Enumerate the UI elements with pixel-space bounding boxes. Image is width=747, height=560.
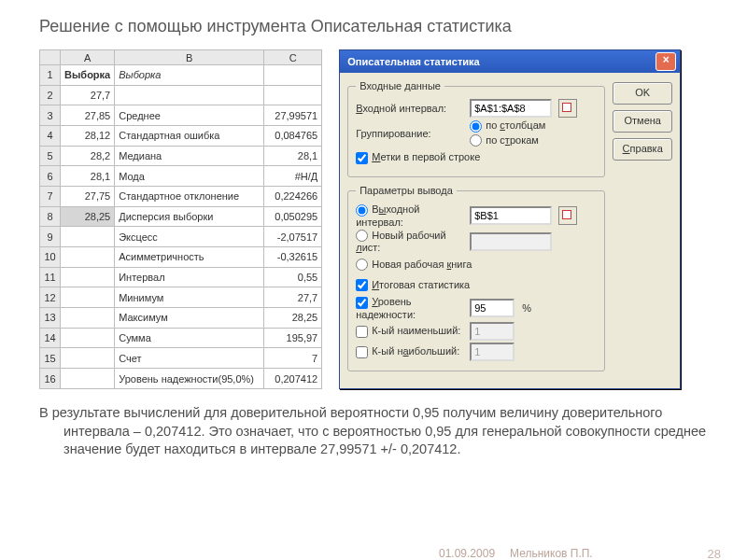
spreadsheet[interactable]: A B C 1ВыборкаВыборка227,7327,85Среднее2…	[39, 49, 322, 389]
ok-button[interactable]: OK	[613, 82, 672, 105]
table-row[interactable]: 15Счет7	[40, 348, 322, 369]
cell[interactable]: 27,85	[61, 105, 115, 126]
cell[interactable]: Минимум	[115, 287, 264, 308]
row-header[interactable]: 2	[40, 85, 61, 105]
help-button[interactable]: Справка	[613, 138, 672, 161]
confidence-level-checkbox[interactable]: Уровень надежности:	[356, 296, 466, 320]
output-range-radio[interactable]: Выходной интервал:	[356, 203, 466, 228]
table-row[interactable]: 10Асимметричность-0,32615	[40, 247, 322, 268]
cell[interactable]	[264, 65, 322, 86]
col-a-header[interactable]: A	[61, 50, 115, 65]
corner-cell[interactable]	[40, 50, 61, 65]
cell[interactable]: 28,1	[61, 166, 115, 187]
cell[interactable]: 28,12	[61, 126, 115, 147]
cell[interactable]: Среднее	[115, 105, 264, 126]
table-row[interactable]: 428,12Стандартная ошибка0,084765	[40, 126, 322, 147]
kth-smallest-checkbox[interactable]: К-ый наименьший:	[356, 325, 466, 338]
cell[interactable]: Мода	[115, 166, 264, 187]
row-header[interactable]: 16	[40, 369, 61, 389]
table-row[interactable]: 9Эксцесс-2,07517	[40, 227, 322, 247]
cell[interactable]: Счет	[115, 348, 264, 369]
cell[interactable]: -0,32615	[264, 247, 322, 268]
dialog-titlebar[interactable]: Описательная статистика ×	[340, 50, 680, 73]
table-row[interactable]: 327,85Среднее27,99571	[40, 105, 322, 126]
col-b-header[interactable]: B	[115, 50, 264, 65]
table-row[interactable]: 12Минимум27,7	[40, 287, 322, 308]
cell[interactable]: 27,99571	[264, 105, 322, 126]
cell[interactable]: 0,55	[264, 267, 322, 287]
row-header[interactable]: 3	[40, 105, 61, 126]
cell[interactable]: 28,25	[264, 308, 322, 329]
cell[interactable]: Медиана	[115, 146, 264, 166]
table-row[interactable]: 16Уровень надежности(95,0%)0,207412	[40, 369, 322, 389]
cell[interactable]	[61, 227, 115, 247]
cell[interactable]: 0,207412	[264, 369, 322, 389]
cell[interactable]	[61, 369, 115, 389]
labels-first-row-checkbox[interactable]: Метки в первой строке	[356, 151, 480, 164]
table-row[interactable]: 14Сумма195,97	[40, 328, 322, 348]
cell[interactable]: Сумма	[115, 328, 264, 348]
cell[interactable]: Максимум	[115, 308, 264, 329]
row-header[interactable]: 6	[40, 166, 61, 187]
row-header[interactable]: 4	[40, 126, 61, 147]
cell[interactable]: Интервал	[115, 267, 264, 287]
cell[interactable]: 27,7	[61, 85, 115, 105]
table-row[interactable]: 13Максимум28,25	[40, 308, 322, 329]
table-row[interactable]: 528,2Медиана28,1	[40, 146, 322, 166]
by-columns-radio[interactable]: по столбцам	[470, 119, 545, 133]
cell[interactable]: Дисперсия выборки	[115, 206, 264, 227]
cell[interactable]	[61, 267, 115, 287]
cell[interactable]: -2,07517	[264, 227, 322, 247]
cell[interactable]	[61, 247, 115, 268]
cell[interactable]: Выборка	[61, 65, 115, 86]
table-row[interactable]: 727,75Стандартное отклонение0,224266	[40, 187, 322, 207]
row-header[interactable]: 15	[40, 348, 61, 369]
new-worksheet-radio[interactable]: Новый рабочий лист:	[356, 230, 466, 254]
table-row[interactable]: 828,25Дисперсия выборки0,050295	[40, 206, 322, 227]
cell[interactable]	[61, 308, 115, 329]
table-row[interactable]: 11Интервал0,55	[40, 267, 322, 287]
cell[interactable]: 28,25	[61, 206, 115, 227]
summary-statistics-checkbox[interactable]: Итоговая статистика	[356, 279, 470, 292]
cell[interactable]	[264, 85, 322, 105]
cell[interactable]: 27,75	[61, 187, 115, 207]
table-row[interactable]: 628,1Мода#Н/Д	[40, 166, 322, 187]
row-header[interactable]: 10	[40, 247, 61, 268]
new-workbook-radio[interactable]: Новая рабочая книга	[356, 259, 472, 272]
input-range-field[interactable]	[470, 99, 552, 118]
cell[interactable]: 0,050295	[264, 206, 322, 227]
row-header[interactable]: 5	[40, 146, 61, 166]
row-header[interactable]: 12	[40, 287, 61, 308]
row-header[interactable]: 11	[40, 267, 61, 287]
row-header[interactable]: 7	[40, 187, 61, 207]
cell[interactable]: #Н/Д	[264, 166, 322, 187]
cancel-button[interactable]: Отмена	[613, 110, 672, 133]
row-header[interactable]: 14	[40, 328, 61, 348]
cell[interactable]: Эксцесс	[115, 227, 264, 247]
table-row[interactable]: 1ВыборкаВыборка	[40, 65, 322, 86]
cell[interactable]: Стандартная ошибка	[115, 126, 264, 147]
cell[interactable]	[115, 85, 264, 105]
by-rows-radio[interactable]: по строкам	[470, 134, 545, 147]
cell[interactable]: Стандартное отклонение	[115, 187, 264, 207]
row-header[interactable]: 8	[40, 206, 61, 227]
cell[interactable]: Уровень надежности(95,0%)	[115, 369, 264, 389]
confidence-level-field[interactable]	[470, 299, 514, 317]
cell[interactable]	[61, 348, 115, 369]
cell[interactable]: 7	[264, 348, 322, 369]
cell[interactable]: 195,97	[264, 328, 322, 348]
kth-largest-checkbox[interactable]: К-ый наибольший:	[356, 345, 466, 358]
cell[interactable]: 28,2	[61, 146, 115, 166]
cell[interactable]	[61, 287, 115, 308]
cell[interactable]: 28,1	[264, 146, 322, 166]
cell[interactable]: Асимметричность	[115, 247, 264, 268]
cell[interactable]: 27,7	[264, 287, 322, 308]
row-header[interactable]: 13	[40, 308, 61, 329]
col-c-header[interactable]: C	[264, 50, 322, 65]
cell[interactable]: Выборка	[115, 65, 264, 86]
cell[interactable]: 0,224266	[264, 187, 322, 207]
table-row[interactable]: 227,7	[40, 85, 322, 105]
row-header[interactable]: 9	[40, 227, 61, 247]
cell[interactable]: 0,084765	[264, 126, 322, 147]
close-icon[interactable]: ×	[655, 52, 676, 71]
